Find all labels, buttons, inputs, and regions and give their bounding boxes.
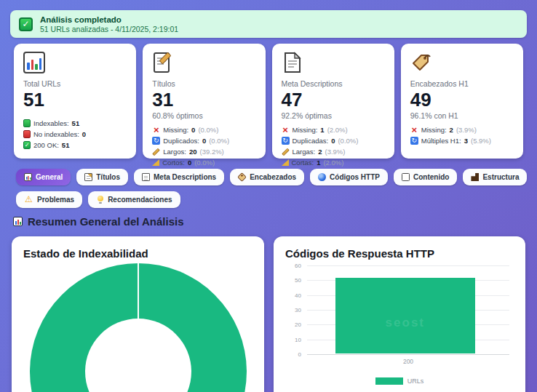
memo-icon bbox=[84, 173, 92, 181]
ruler-icon bbox=[282, 148, 290, 156]
stat-indexables: Indexables: 51 bbox=[23, 118, 127, 129]
donut-hole bbox=[85, 319, 191, 392]
stat-extra: (0.0%) bbox=[209, 135, 229, 146]
bar-chart-icon bbox=[13, 217, 23, 226]
bulb-icon bbox=[96, 196, 104, 204]
http-200-bar: seost bbox=[335, 278, 475, 353]
banner-title: Análisis completado bbox=[40, 15, 178, 25]
tab-meta-descriptions[interactable]: Meta Descriptions bbox=[134, 169, 224, 185]
stat-label: Indexables: bbox=[33, 118, 69, 129]
y-tick: 40 bbox=[295, 292, 301, 298]
warning-icon: ⚠ bbox=[24, 196, 33, 204]
tab-encabezados[interactable]: Encabezados bbox=[230, 169, 304, 185]
tab-titulos[interactable]: Títulos bbox=[76, 169, 128, 185]
tab-label: Estructura bbox=[482, 172, 519, 182]
card-meta-descriptions: Meta Descriptions 47 92.2% óptimas × Mis… bbox=[272, 44, 394, 159]
stat-label: Missing: bbox=[293, 124, 318, 135]
stat-value: 1 bbox=[317, 157, 320, 168]
stat-label: No indexables: bbox=[33, 129, 79, 140]
stat-duplicados: ↻ Duplicados: 0 (0.0%) bbox=[152, 135, 255, 146]
tab-label: Contenido bbox=[413, 172, 449, 182]
triangle-ruler-icon bbox=[282, 159, 289, 166]
stat-extra: (0.0%) bbox=[198, 124, 218, 135]
card-value: 49 bbox=[410, 89, 514, 111]
stat-label: Cortas: bbox=[292, 157, 314, 168]
indexability-donut-chart bbox=[30, 263, 247, 392]
globe-icon bbox=[318, 173, 326, 181]
stat-missing: × Missing: 1 (2.0%) bbox=[282, 124, 385, 135]
stat-extra: (5.9%) bbox=[471, 135, 491, 146]
y-tick: 20 bbox=[295, 321, 301, 328]
red-x-icon: × bbox=[152, 126, 160, 134]
y-tick: 30 bbox=[295, 307, 301, 313]
plot-area: seost bbox=[307, 265, 509, 354]
stat-extra: (3.9%) bbox=[325, 146, 345, 157]
check-icon: ✓ bbox=[19, 17, 33, 31]
legend-swatch bbox=[375, 377, 403, 385]
tab-general[interactable]: General bbox=[16, 169, 71, 185]
card-stats: × Missing: 0 (0.0%) ↻ Duplicados: 0 (0.0… bbox=[152, 124, 255, 168]
stat-no-indexables: No indexables: 0 bbox=[23, 129, 127, 140]
indexability-chart-card: Estado de Indexabilidad bbox=[12, 236, 264, 392]
card-stats: × Missing: 1 (2.0%) ↻ Duplicadas: 0 (0.0… bbox=[282, 124, 385, 168]
stat-extra: (39.2%) bbox=[200, 146, 224, 157]
stat-200-ok: ✓ 200 OK: 51 bbox=[23, 140, 127, 151]
seo-dashboard-page: ✓ Análisis completado 51 URLs analizadas… bbox=[0, 0, 537, 392]
stat-extra: (0.0%) bbox=[194, 157, 215, 168]
stat-value: 1 bbox=[320, 124, 324, 135]
card-label: Encabezados H1 bbox=[410, 79, 514, 88]
tab-label: Problemas bbox=[37, 195, 74, 204]
stat-value: 20 bbox=[189, 146, 197, 157]
x-axis-label: 200 bbox=[307, 358, 509, 365]
tab-codigos-http[interactable]: Códigos HTTP bbox=[310, 169, 388, 185]
chart-title: Códigos de Respuesta HTTP bbox=[285, 247, 514, 260]
bar-chart-icon bbox=[24, 173, 32, 181]
check-icon: ✓ bbox=[23, 141, 31, 149]
stat-label: Cortos: bbox=[162, 157, 185, 168]
tab-label: Meta Descriptions bbox=[154, 172, 216, 182]
card-total-urls: Total URLs 51 Indexables: 51 No indexabl… bbox=[14, 44, 136, 159]
card-label: Total URLs bbox=[23, 79, 127, 88]
card-value: 47 bbox=[282, 89, 385, 111]
y-tick: 50 bbox=[295, 277, 301, 284]
donut-slice-divider bbox=[138, 263, 139, 319]
memo-icon bbox=[152, 52, 174, 73]
tab-problemas[interactable]: ⚠ Problemas bbox=[16, 191, 82, 208]
card-titulos: Títulos 31 60.8% óptimos × Missing: 0 (0… bbox=[143, 44, 265, 159]
document-icon bbox=[282, 52, 303, 73]
stat-value: 0 bbox=[202, 135, 206, 146]
y-axis-labels: 60 50 40 30 20 10 0 bbox=[285, 265, 301, 354]
tab-estructura[interactable]: Estructura bbox=[463, 169, 527, 185]
stat-extra: (2.0%) bbox=[327, 124, 348, 135]
x-axis-line bbox=[307, 354, 509, 355]
red-square-icon bbox=[23, 130, 31, 138]
stat-multiples-h1: ↻ Múltiples H1: 3 (5.9%) bbox=[410, 135, 514, 146]
stat-extra: (3.9%) bbox=[456, 124, 477, 135]
stat-label: Múltiples H1: bbox=[421, 135, 461, 146]
section-header: Resumen General del Análisis bbox=[13, 215, 524, 228]
chart-legend: URLs bbox=[285, 377, 514, 385]
stat-extra: (0.0%) bbox=[338, 135, 358, 146]
analysis-complete-banner: ✓ Análisis completado 51 URLs analizadas… bbox=[10, 10, 527, 38]
tag-icon bbox=[237, 172, 247, 182]
card-percent: 92.2% óptimas bbox=[282, 111, 385, 120]
tab-label: Códigos HTTP bbox=[330, 172, 380, 182]
stat-largos: Largos: 20 (39.2%) bbox=[152, 146, 255, 157]
banner-subtitle: 51 URLs analizadas - 4/11/2025, 2:19:01 bbox=[40, 25, 178, 34]
red-x-icon: × bbox=[410, 126, 418, 134]
stat-largas: Largas: 2 (3.9%) bbox=[282, 146, 385, 157]
stat-label: Duplicados: bbox=[163, 135, 199, 146]
stat-value: 51 bbox=[62, 140, 70, 151]
duplicate-icon: ↻ bbox=[410, 137, 418, 145]
tab-contenido[interactable]: Contenido bbox=[394, 169, 457, 185]
stat-value: 2 bbox=[450, 124, 453, 135]
tab-label: Títulos bbox=[96, 172, 120, 182]
card-encabezados-h1: Encabezados H1 49 96.1% con H1 × Missing… bbox=[401, 44, 523, 159]
stat-value: 2 bbox=[318, 146, 322, 157]
stat-value: 0 bbox=[331, 135, 335, 146]
card-value: 31 bbox=[152, 89, 255, 111]
duplicate-icon: ↻ bbox=[282, 137, 290, 145]
stat-value: 0 bbox=[191, 124, 195, 135]
tab-recomendaciones[interactable]: Recomendaciones bbox=[88, 191, 180, 208]
stat-missing: × Missing: 0 (0.0%) bbox=[152, 124, 255, 135]
